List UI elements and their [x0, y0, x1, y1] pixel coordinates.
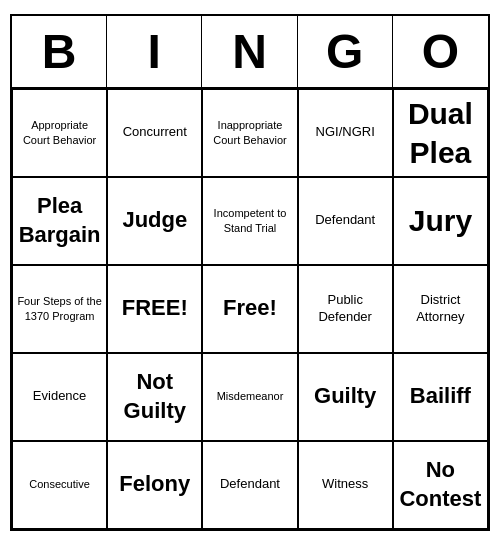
- cell-r0-c4: Dual Plea: [393, 89, 488, 177]
- cell-r1-c1: Judge: [107, 177, 202, 265]
- cell-r0-c1: Concurrent: [107, 89, 202, 177]
- cell-r3-c1: Not Guilty: [107, 353, 202, 441]
- cell-r3-c3: Guilty: [298, 353, 393, 441]
- cell-r2-c1: FREE!: [107, 265, 202, 353]
- cell-r4-c0: Consecutive: [12, 441, 107, 529]
- cell-r4-c3: Witness: [298, 441, 393, 529]
- cell-r2-c2: Free!: [202, 265, 297, 353]
- cell-r0-c0: Appropriate Court Behavior: [12, 89, 107, 177]
- cell-r4-c1: Felony: [107, 441, 202, 529]
- cell-r4-c4: No Contest: [393, 441, 488, 529]
- bingo-card: BINGO Appropriate Court BehaviorConcurre…: [10, 14, 490, 531]
- cell-r2-c4: District Attorney: [393, 265, 488, 353]
- cell-r0-c2: Inappropriate Court Behavior: [202, 89, 297, 177]
- header-letter-i: I: [107, 16, 202, 87]
- bingo-grid: Appropriate Court BehaviorConcurrentInap…: [12, 89, 488, 529]
- cell-r1-c4: Jury: [393, 177, 488, 265]
- cell-r3-c4: Bailiff: [393, 353, 488, 441]
- header-letter-o: O: [393, 16, 488, 87]
- cell-r3-c0: Evidence: [12, 353, 107, 441]
- cell-r0-c3: NGI/NGRI: [298, 89, 393, 177]
- cell-r3-c2: Misdemeanor: [202, 353, 297, 441]
- header-letter-n: N: [202, 16, 297, 87]
- cell-r4-c2: Defendant: [202, 441, 297, 529]
- header-letter-g: G: [298, 16, 393, 87]
- cell-r2-c0: Four Steps of the 1370 Program: [12, 265, 107, 353]
- cell-r2-c3: Public Defender: [298, 265, 393, 353]
- cell-r1-c0: Plea Bargain: [12, 177, 107, 265]
- cell-r1-c3: Defendant: [298, 177, 393, 265]
- bingo-header: BINGO: [12, 16, 488, 89]
- header-letter-b: B: [12, 16, 107, 87]
- cell-r1-c2: Incompetent to Stand Trial: [202, 177, 297, 265]
